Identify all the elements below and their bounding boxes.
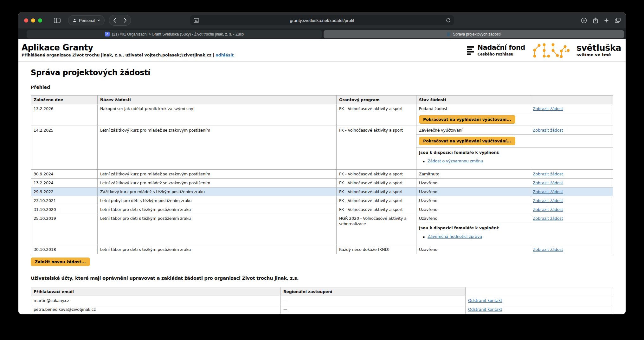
table-row[interactable]: 29.9.2022Zážitkový kurz pro mládež s těž… bbox=[31, 187, 613, 196]
continue-settlement-button[interactable]: Pokračovat na vyplňování vyúčtování... bbox=[419, 115, 515, 124]
continue-row: Pokračovat na vyplňování vyúčtování... bbox=[416, 113, 613, 126]
granty-bars-icon bbox=[447, 32, 451, 36]
nav-buttons bbox=[109, 15, 131, 26]
cell-status-area: UzavřenoZobrazit žádost bbox=[416, 196, 613, 205]
table-row[interactable]: 23.10.2021Letní pobyt pro děti s těžkým … bbox=[31, 196, 613, 205]
share-icon bbox=[593, 17, 598, 23]
minimize-button[interactable] bbox=[31, 18, 35, 23]
zulip-icon: Z bbox=[105, 32, 110, 36]
status-row: Závěrečné vyúčtováníZobrazit žádost bbox=[416, 126, 613, 134]
table-row[interactable]: 13.2.2026Nakopni se: Jak udělat prvník k… bbox=[31, 104, 613, 126]
cell-program: FK - Volnočasové aktivity a sport bbox=[337, 170, 416, 178]
view-application-link[interactable]: Zobrazit žádost bbox=[533, 172, 563, 176]
tab-bar: Z (21) #01 Organizacni > Grant Svetluska… bbox=[18, 29, 626, 39]
cell-program: FK - Volnočasové aktivity a sport bbox=[337, 205, 416, 214]
cell-name: Letní zážitkový kurz pro mládež se zrako… bbox=[98, 126, 337, 169]
tab-zulip[interactable]: Z (21) #01 Organizacni > Grant Svetluska… bbox=[27, 30, 322, 38]
table-row[interactable]: 30.10.2018Letní tábor pro děti s těžkým … bbox=[31, 245, 613, 254]
cell-action: Zobrazit žádost bbox=[530, 179, 613, 187]
logout-link[interactable]: odhlásit bbox=[216, 53, 234, 57]
remove-contact-link[interactable]: Odstranit kontakt bbox=[468, 298, 502, 303]
cell-date: 25.10.2019 bbox=[31, 214, 98, 245]
close-button[interactable] bbox=[24, 18, 28, 23]
applications-table-header: Založeno dne Název žádosti Grantový prog… bbox=[31, 95, 613, 104]
table-row: vojtech.polasek@zivotjinak.cz— bbox=[31, 314, 613, 314]
view-application-link[interactable]: Zobrazit žádost bbox=[533, 189, 563, 194]
back-button[interactable] bbox=[109, 15, 120, 25]
table-row[interactable]: 25.10.2019Letní tábor pro děti s těžkým … bbox=[31, 214, 613, 245]
site-header-logos: Nadační fond Českého rozhlasu bbox=[467, 42, 622, 59]
form-link[interactable]: Žádost o významnou změnu bbox=[428, 158, 483, 164]
cell-date: 30.10.2018 bbox=[31, 245, 98, 254]
table-row[interactable]: 13.2.2024Letní zážitkový kurz pro mládež… bbox=[31, 179, 613, 187]
forms-row: Jsou k dispozici fomuláře k vyplnění:▪Žá… bbox=[416, 147, 613, 169]
view-application-link[interactable]: Zobrazit žádost bbox=[533, 216, 563, 221]
cell-remove: Odstranit kontakt bbox=[466, 305, 613, 314]
cell-status-area: Závěrečné vyúčtováníZobrazit žádostPokra… bbox=[416, 126, 613, 169]
forward-button[interactable] bbox=[120, 15, 131, 25]
bullet-icon: ▪ bbox=[423, 234, 425, 240]
bullet-icon: ▪ bbox=[423, 159, 425, 164]
table-row[interactable]: 30.9.2024Letní zážitkový kurz pro mládež… bbox=[31, 170, 613, 179]
downloads-button[interactable] bbox=[581, 17, 587, 23]
remove-contact-link[interactable]: Odstranit kontakt bbox=[468, 307, 502, 312]
site-header: Aplikace Granty Přihlášená organizace Ži… bbox=[18, 39, 626, 62]
url-text[interactable]: granty.svetluska.net/zadatel/profil bbox=[190, 18, 454, 23]
tab-overview-button[interactable] bbox=[615, 18, 621, 23]
cell-status: Podaná žádost bbox=[416, 104, 530, 113]
table-row: petra.benedikova@zivotjinak.cz—Odstranit… bbox=[31, 305, 613, 314]
address-bar[interactable]: granty.svetluska.net/zadatel/profil bbox=[190, 15, 454, 25]
app-title: Aplikace Granty bbox=[22, 43, 234, 52]
cell-name: Letní tábor pro děti s těžkým postižením… bbox=[98, 205, 337, 214]
status-row: Podaná žádostZobrazit žádost bbox=[416, 104, 613, 113]
col-header-name: Název žádosti bbox=[98, 95, 337, 104]
person-icon bbox=[73, 18, 77, 23]
reload-button[interactable] bbox=[446, 18, 451, 23]
new-application-button[interactable]: Založit novou žádost... bbox=[31, 258, 90, 266]
cell-program: FK - Volnočasové aktivity a sport bbox=[337, 196, 416, 205]
view-application-link[interactable]: Zobrazit žádost bbox=[533, 106, 563, 111]
cell-status-area: UzavřenoZobrazit žádost bbox=[416, 179, 613, 187]
form-link-item: ▪Žádost o významnou změnu bbox=[423, 158, 610, 164]
cell-program: FK - Volnočasové aktivity a sport bbox=[337, 104, 416, 126]
cell-program: FK - Volnočasové aktivity a sport bbox=[337, 187, 416, 196]
cell-remove bbox=[466, 314, 613, 314]
status-row: UzavřenoZobrazit žádost bbox=[416, 196, 613, 205]
users-table-header: Přihlašovací email Regionální zastoupení bbox=[31, 287, 613, 296]
cell-status: Uzavřeno bbox=[416, 179, 530, 187]
cell-date: 13.2.2024 bbox=[31, 179, 98, 187]
share-button[interactable] bbox=[593, 17, 598, 23]
profile-button[interactable]: Personal bbox=[68, 15, 105, 25]
cell-date: 31.10.2020 bbox=[31, 205, 98, 214]
view-application-link[interactable]: Zobrazit žádost bbox=[533, 180, 563, 185]
zoom-button[interactable] bbox=[38, 18, 42, 23]
form-link[interactable]: Závěrečná hodnotící zpráva bbox=[428, 234, 482, 239]
view-application-link[interactable]: Zobrazit žádost bbox=[533, 128, 563, 133]
new-tab-button[interactable] bbox=[604, 18, 609, 23]
view-application-link[interactable]: Zobrazit žádost bbox=[533, 207, 563, 212]
chevron-down-icon bbox=[97, 19, 100, 21]
login-info: Přihlášená organizace Život trochu jinak… bbox=[22, 53, 234, 57]
sidebar-toggle-button[interactable] bbox=[52, 16, 62, 25]
forms-available-heading: Jsou k dispozici fomuláře k vyplnění: bbox=[419, 225, 610, 231]
new-tab-icon bbox=[604, 18, 609, 23]
cell-name: Letní pobyt pro děti s těžkým postižením… bbox=[98, 196, 337, 205]
view-application-link[interactable]: Zobrazit žádost bbox=[533, 198, 563, 203]
cell-program: HGŘ 2020 - Volnočasové aktivity a sebere… bbox=[337, 214, 416, 245]
table-row[interactable]: 31.10.2020Letní tábor pro děti s těžkým … bbox=[31, 205, 613, 214]
tab-granty-active[interactable]: Správa projektových žádostí bbox=[324, 30, 624, 38]
tab-zulip-label: (21) #01 Organizacni > Grant Svetluska (… bbox=[112, 32, 244, 36]
traffic-lights bbox=[24, 18, 42, 23]
continue-settlement-button[interactable]: Pokračovat na vyplňování vyúčtování... bbox=[419, 137, 515, 145]
cell-action: Zobrazit žádost bbox=[530, 245, 613, 254]
downloads-icon bbox=[581, 17, 587, 23]
view-application-link[interactable]: Zobrazit žádost bbox=[533, 247, 563, 252]
cell-program: FK - Volnočasové aktivity a sport bbox=[337, 179, 416, 187]
status-row: UzavřenoZobrazit žádost bbox=[416, 214, 613, 223]
cell-date: 29.9.2022 bbox=[31, 187, 98, 196]
table-row[interactable]: 14.2.2025Letní zážitkový kurz pro mládež… bbox=[31, 126, 613, 170]
cell-name: Letní tábor pro děti s těžkým postižením… bbox=[98, 214, 337, 245]
users-table-body: martin@sukany.cz—Odstranit kontaktpetra.… bbox=[31, 296, 613, 314]
profile-label: Personal bbox=[79, 18, 95, 23]
main-area: Správa projektových žádostí Přehled Zalo… bbox=[18, 68, 626, 314]
